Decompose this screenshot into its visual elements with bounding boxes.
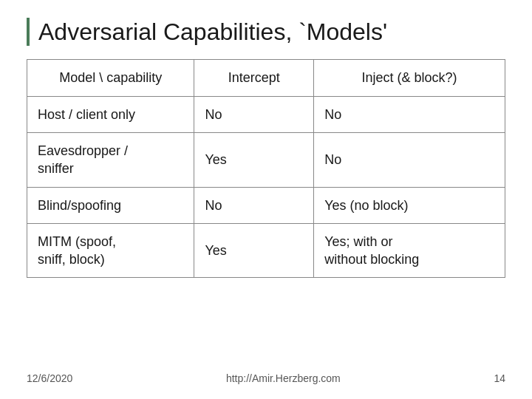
capabilities-table: Model \ capability Intercept Inject (& b…: [27, 59, 505, 278]
table-row: MITM (spoof, sniff, block)YesYes; with o…: [27, 223, 505, 278]
footer-page: 14: [494, 372, 505, 384]
table-row: Host / client onlyNoNo: [27, 96, 505, 132]
table-cell-r1-c0: Eavesdropper / sniffer: [27, 132, 194, 187]
table-cell-r1-c1: Yes: [194, 132, 314, 187]
col-header-inject: Inject (& block?): [314, 60, 505, 96]
slide-footer: 12/6/2020 http://Amir.Herzberg.com 14: [27, 365, 505, 384]
slide: Adversarial Capabilities, `Models' Model…: [0, 0, 532, 399]
table-wrapper: Model \ capability Intercept Inject (& b…: [27, 59, 505, 365]
table-header-row: Model \ capability Intercept Inject (& b…: [27, 60, 505, 96]
table-cell-r2-c2: Yes (no block): [314, 187, 505, 223]
table-cell-r1-c2: No: [314, 132, 505, 187]
table-cell-r2-c1: No: [194, 187, 314, 223]
table-cell-r0-c2: No: [314, 96, 505, 132]
footer-date: 12/6/2020: [27, 372, 72, 384]
table-cell-r3-c0: MITM (spoof, sniff, block): [27, 223, 194, 278]
table-row: Eavesdropper / snifferYesNo: [27, 132, 505, 187]
col-header-model: Model \ capability: [27, 60, 194, 96]
table-cell-r0-c0: Host / client only: [27, 96, 194, 132]
table-row: Blind/spoofingNoYes (no block): [27, 187, 505, 223]
table-cell-r3-c1: Yes: [194, 223, 314, 278]
table-cell-r3-c2: Yes; with or without blocking: [314, 223, 505, 278]
footer-url: http://Amir.Herzberg.com: [226, 372, 341, 384]
slide-title: Adversarial Capabilities, `Models': [27, 18, 505, 46]
table-cell-r2-c0: Blind/spoofing: [27, 187, 194, 223]
table-cell-r0-c1: No: [194, 96, 314, 132]
col-header-intercept: Intercept: [194, 60, 314, 96]
